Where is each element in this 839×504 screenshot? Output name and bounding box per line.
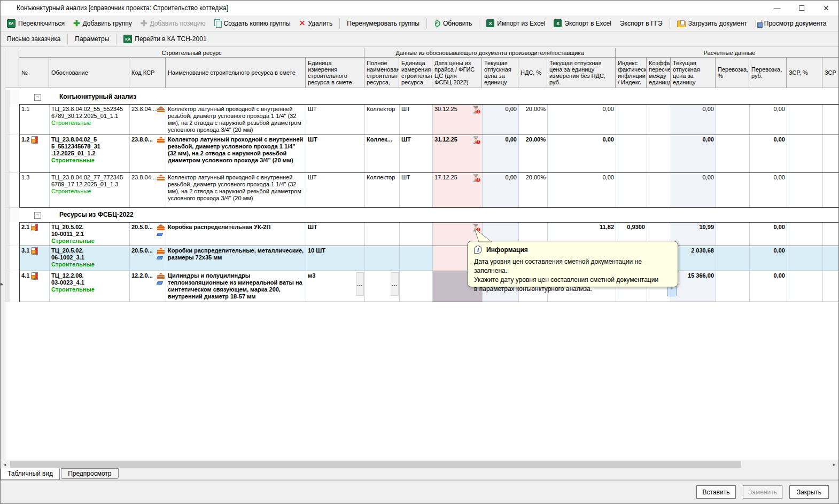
close-button[interactable]: Закрыть bbox=[789, 485, 829, 499]
grid-cell[interactable]: 23.8.04.... bbox=[130, 105, 166, 135]
grid-cell[interactable]: ШТ bbox=[306, 135, 365, 172]
grid-cell[interactable]: Коробки распределительные, металлические… bbox=[166, 246, 306, 271]
grid-cell[interactable]: ТЦ_23.8.04.02_77_772345 6789_17.12.2025_… bbox=[50, 173, 130, 207]
grid-cell[interactable]: ШТ bbox=[400, 135, 433, 172]
grid-cell[interactable] bbox=[787, 223, 823, 246]
grid-cell[interactable]: 17.12.25! bbox=[433, 173, 483, 207]
attached-document-icon[interactable] bbox=[32, 224, 38, 231]
toolbar-button[interactable]: КАПерейти в КА ТСН-2001 bbox=[119, 33, 211, 45]
grid-cell[interactable]: 23.8.0... bbox=[130, 135, 166, 172]
grid-cell[interactable] bbox=[616, 135, 647, 172]
toolbar-button[interactable]: Создать копию группы bbox=[210, 17, 295, 29]
grid-cell[interactable]: 1.3 bbox=[20, 173, 50, 207]
grid-cell[interactable]: 20,00% bbox=[519, 173, 548, 207]
grid-cell[interactable] bbox=[400, 246, 433, 271]
tab-table-view[interactable]: Табличный вид bbox=[1, 468, 60, 480]
grid-cell[interactable] bbox=[647, 105, 671, 135]
grid-cell[interactable]: 1.2 bbox=[20, 135, 50, 172]
toolbar-button[interactable]: Просмотр документа bbox=[751, 18, 831, 29]
grid-cell[interactable]: ШТ bbox=[400, 173, 433, 207]
grid-cell[interactable]: Коллектор bbox=[365, 105, 400, 135]
grid-cell[interactable]: 20,00% bbox=[519, 105, 548, 135]
grid-cell[interactable] bbox=[787, 246, 823, 271]
group-row[interactable]: −Ресурсы из ФСБЦ-2022 bbox=[5, 208, 838, 222]
grid-cell[interactable] bbox=[716, 135, 750, 172]
table-row[interactable]: 3.1ТЦ_20.5.02. 06-1002_3.1Строительные20… bbox=[5, 246, 838, 271]
toolbar-button[interactable]: Обновить bbox=[430, 18, 476, 29]
grid-cell[interactable]: 10,99 bbox=[671, 223, 716, 246]
grid-cell[interactable] bbox=[823, 246, 838, 271]
grid-cell[interactable]: Коллектор латунный проходной с внутренне… bbox=[166, 135, 306, 172]
grid-cell[interactable] bbox=[823, 271, 838, 302]
grid-cell[interactable] bbox=[716, 246, 750, 271]
toolbar-button[interactable]: Параметры bbox=[71, 33, 113, 45]
grid-cell[interactable] bbox=[716, 173, 750, 207]
grid-cell[interactable]: 3.1 bbox=[20, 246, 50, 271]
tab-preview[interactable]: Предпросмотр bbox=[61, 468, 118, 479]
grid-cell[interactable]: 0,00 bbox=[750, 246, 787, 271]
toolbar-button[interactable]: XЭкспорт в Excel bbox=[549, 17, 615, 29]
scrollbar-thumb[interactable] bbox=[10, 461, 741, 468]
grid-cell[interactable]: 0,00 bbox=[750, 135, 787, 172]
grid-cell[interactable]: 0,00 bbox=[750, 173, 787, 207]
grid-cell[interactable]: 0,00 bbox=[671, 173, 716, 207]
ellipsis-button[interactable]: … bbox=[356, 272, 364, 296]
grid-cell[interactable]: ТЦ_20.5.02. 10-0011_2.1Строительные bbox=[50, 223, 130, 246]
grid-cell[interactable]: 10 ШТ bbox=[306, 246, 365, 271]
grid-cell[interactable]: … bbox=[365, 271, 400, 302]
grid-cell[interactable] bbox=[716, 271, 750, 302]
grid-cell[interactable]: Коллек... bbox=[365, 135, 400, 172]
table-row[interactable]: 4.1ТЦ_12.2.08. 03-0023_4.1Строительные12… bbox=[5, 271, 838, 302]
grid-cell[interactable]: м3… bbox=[306, 271, 365, 302]
grid-cell[interactable] bbox=[647, 173, 671, 207]
attached-document-icon[interactable] bbox=[32, 136, 38, 144]
grid-cell[interactable]: 0,00 bbox=[750, 223, 787, 246]
grid-cell[interactable]: 1.1 bbox=[20, 105, 50, 135]
grid-cell[interactable] bbox=[365, 246, 400, 271]
grid-cell[interactable]: 0,00 bbox=[483, 105, 519, 135]
grid-cell[interactable] bbox=[823, 223, 838, 246]
attached-document-icon[interactable] bbox=[32, 272, 38, 280]
collapse-group-icon[interactable]: − bbox=[34, 212, 41, 219]
insert-button[interactable]: Вставить bbox=[696, 485, 736, 499]
grid-cell[interactable]: 31.12.25! bbox=[433, 135, 483, 172]
grid-cell[interactable] bbox=[616, 105, 647, 135]
grid-cell[interactable]: ШТ bbox=[400, 105, 433, 135]
grid-cell[interactable]: Коллектор bbox=[365, 173, 400, 207]
table-row[interactable]: 1.2ТЦ_23.8.04.02_5 5_5512345678_31 .12.2… bbox=[5, 135, 838, 173]
grid-cell[interactable]: ТЦ_12.2.08. 03-0023_4.1Строительные bbox=[50, 271, 130, 302]
grid-cell[interactable] bbox=[365, 223, 400, 246]
toolbar-button[interactable]: Загрузить документ bbox=[673, 17, 751, 29]
grid-cell[interactable] bbox=[787, 135, 823, 172]
scroll-left-icon[interactable]: ◂ bbox=[1, 460, 9, 469]
grid-cell[interactable]: 0,00 bbox=[750, 105, 787, 135]
grid-cell[interactable] bbox=[823, 135, 838, 172]
grid-cell[interactable]: Коллектор латунный проходной с внутренне… bbox=[166, 173, 306, 207]
toolbar-button[interactable]: КАПереключиться bbox=[3, 17, 69, 30]
scroll-right-icon[interactable]: ▸ bbox=[830, 460, 838, 469]
grid-cell[interactable]: 23.8.04.... bbox=[130, 173, 166, 207]
grid-cell[interactable]: 0,00 bbox=[483, 135, 519, 172]
grid-cell[interactable] bbox=[616, 173, 647, 207]
collapse-group-icon[interactable]: − bbox=[34, 94, 41, 101]
grid-cell[interactable]: 0,00 bbox=[548, 135, 616, 172]
grid-cell[interactable] bbox=[787, 173, 823, 207]
grid-cell[interactable]: 4.1 bbox=[20, 271, 50, 302]
toolbar-button[interactable]: XИмпорт из Excel bbox=[482, 17, 549, 29]
grid-cell[interactable]: Коробка распределительная УК-2П bbox=[166, 223, 306, 246]
close-icon[interactable]: ✕ bbox=[814, 1, 838, 15]
toolbar-button[interactable]: ✕Удалить bbox=[295, 18, 337, 29]
toolbar-button[interactable]: ✚Добавить группу bbox=[69, 18, 136, 29]
grid-cell[interactable]: ШТ bbox=[306, 223, 365, 246]
ellipsis-button[interactable]: … bbox=[391, 272, 399, 296]
grid-cell[interactable]: 20.5.0... bbox=[130, 223, 166, 246]
toolbar-button[interactable]: Письмо заказчика bbox=[3, 33, 65, 45]
grid-cell[interactable]: 12.2.0... bbox=[130, 271, 166, 302]
grid-cell[interactable]: 20,00% bbox=[519, 135, 548, 172]
grid-cell[interactable]: 0,00 bbox=[671, 105, 716, 135]
grid-cell[interactable]: 0,00 bbox=[483, 173, 519, 207]
grid-cell[interactable]: ШТ bbox=[306, 105, 365, 135]
grid-cell[interactable]: Коллектор латунный проходной с внутренне… bbox=[166, 105, 306, 135]
grid-cell[interactable]: 20.5.0... bbox=[130, 246, 166, 271]
grid-cell[interactable] bbox=[823, 173, 838, 207]
